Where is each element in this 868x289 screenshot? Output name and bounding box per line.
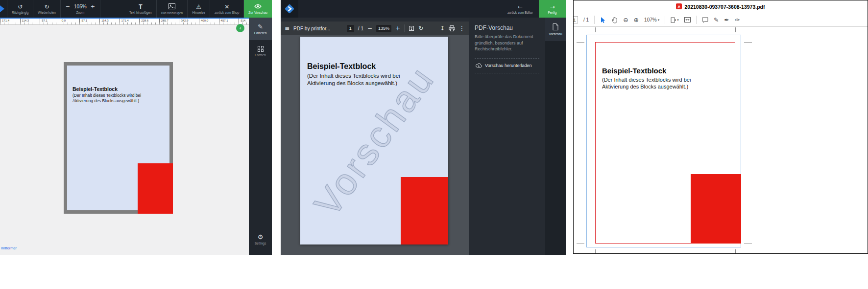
- sidebar-item-settings[interactable]: ⚙ Settings: [249, 228, 272, 250]
- page-text-title: Beispiel-Textblock: [307, 62, 376, 71]
- crop-mark: [577, 244, 584, 244]
- ruler-tick-label: 228.6: [141, 19, 148, 22]
- page-count-label: / 1: [583, 17, 589, 22]
- ruler-tick-label: 514.: [241, 19, 246, 22]
- to-preview-label: Zur Vorschau: [248, 11, 267, 14]
- sidebar-shapes-label: Formen: [255, 53, 265, 57]
- printformer-logo[interactable]: [281, 0, 298, 18]
- zoom-out-button[interactable]: ⊖: [623, 17, 628, 23]
- sidebar-item-edit[interactable]: ✎ Editieren: [249, 18, 272, 40]
- download-icon[interactable]: ↧: [440, 25, 445, 31]
- page-text-title: Beispiel-Textblock: [602, 67, 666, 75]
- zoom-out-button[interactable]: −: [66, 3, 70, 10]
- page-number-input[interactable]: 1: [574, 16, 578, 23]
- sign-tool-button[interactable]: ✒: [724, 17, 729, 23]
- acrobat-document-area[interactable]: Beispiel-Textblock (Der Inhalt dieses Te…: [574, 27, 868, 253]
- zoom-value: 105%: [74, 4, 87, 9]
- pdf-document-area[interactable]: Beispiel-Textblock (Der Inhalt dieses Te…: [281, 35, 469, 255]
- menu-icon[interactable]: ≡: [285, 25, 289, 31]
- sidebar-edit-label: Editieren: [254, 31, 267, 35]
- side-panel-title: PDF-Vorschau: [475, 24, 539, 31]
- add-text-label: Text hinzufügen: [129, 11, 152, 14]
- select-tool-button[interactable]: [600, 17, 606, 23]
- collapse-sidebar-button[interactable]: ‹: [236, 24, 244, 32]
- ruler-tick-label: 342.9: [181, 19, 188, 22]
- fit-width-button[interactable]: [684, 17, 691, 22]
- done-label: Fertig: [548, 11, 557, 14]
- undo-icon: ↺: [18, 4, 23, 10]
- pencil-tool-button[interactable]: ✎: [714, 17, 719, 23]
- page-view-dropdown[interactable]: ▾: [671, 17, 679, 23]
- download-preview-button[interactable]: Vorschau herunterladen: [475, 58, 539, 73]
- ruler-tick-label: 171.4: [2, 19, 9, 22]
- printformer-link[interactable]: rintformer: [1, 246, 17, 250]
- tab-preview[interactable]: Vorschau: [545, 18, 566, 41]
- gear-icon: ⚙: [258, 234, 264, 240]
- pdf-page: Beispiel-Textblock (Der Inhalt dieses Te…: [300, 37, 448, 245]
- back-to-editor-button[interactable]: ← zurück zum Editor: [502, 0, 539, 18]
- pdf-file-icon: [676, 3, 682, 10]
- more-options-icon[interactable]: ⋮: [459, 25, 465, 31]
- rotate-icon[interactable]: ↻: [418, 25, 423, 31]
- zoom-level-dropdown[interactable]: 107% ▾: [644, 17, 659, 22]
- red-shape: [401, 177, 448, 245]
- to-preview-button[interactable]: Zur Vorschau: [244, 0, 272, 18]
- hand-tool-button[interactable]: [611, 17, 618, 23]
- zoom-level[interactable]: 135%: [376, 25, 391, 32]
- redo-label: Wiederholen: [38, 11, 56, 14]
- preview-panel: ← zurück zum Editor → Fertig ≡ PDF by pr…: [281, 0, 566, 255]
- hints-button[interactable]: ⚠ Hinweise: [188, 0, 210, 18]
- pdf-filename: 20210830-093707-3608-13973.pdf: [684, 4, 765, 10]
- page-text-body: (Der Inhalt dieses Textblocks wird bei A…: [602, 76, 702, 90]
- pdf-toolbar: ≡ PDF by printfor... 1 / 1 − 135% + ↻: [281, 22, 469, 35]
- right-edge-tab-bar: Vorschau: [545, 18, 566, 255]
- zoom-in-button[interactable]: ⊕: [634, 17, 639, 23]
- fill-sign-button[interactable]: ✑: [735, 17, 740, 23]
- ruler-tick-label: 457.1: [221, 19, 228, 22]
- crop-mark: [595, 249, 596, 253]
- page-count-label: / 1: [358, 26, 363, 31]
- zoom-in-button[interactable]: +: [91, 3, 95, 10]
- chevron-down-icon: ▾: [677, 17, 679, 23]
- ruler-tick-label: 57.1: [42, 19, 48, 22]
- zoom-value: 107%: [644, 17, 657, 22]
- side-panel-description: Bitte überprüfe das Dokument gründlich, …: [475, 34, 539, 52]
- text-block-body: (Der Inhalt dieses Textblocks wird bei A…: [72, 93, 147, 104]
- corner-accent-icon: [0, 5, 4, 12]
- close-icon: ✕: [224, 4, 229, 10]
- document-icon: [553, 23, 558, 31]
- pdf-document-title: PDF by printfor...: [293, 26, 330, 31]
- crop-mark: [744, 42, 752, 43]
- divider: [594, 16, 595, 24]
- acrobat-toolbar: 1 / 1 ⊖ ⊕ 107% ▾ ▾: [574, 13, 868, 27]
- zoom-out-icon[interactable]: −: [367, 25, 372, 31]
- ruler-tick-label: 400.0: [201, 19, 208, 22]
- forward-arrow-icon: →: [550, 4, 555, 10]
- editor-canvas[interactable]: Beispiel-Textblock (Der Inhalt dieses Te…: [0, 25, 249, 255]
- comment-tool-button[interactable]: [702, 17, 708, 23]
- page-number-input[interactable]: 1: [347, 25, 354, 32]
- crop-mark: [735, 249, 736, 253]
- acrobat-titlebar: 20210830-093707-3608-13973.pdf: [574, 2, 868, 11]
- zoom-in-icon[interactable]: +: [395, 25, 400, 31]
- back-to-shop-button[interactable]: ✕ zurück zum Shop: [210, 0, 244, 18]
- ruler-tick-label: 0.0: [62, 19, 66, 22]
- undo-button[interactable]: ↺ Rückgängig: [7, 0, 33, 18]
- sidebar-item-shapes[interactable]: Formen: [249, 40, 272, 63]
- ruler: 171.4114.357.10.057.1114.3171.4228.6285.…: [0, 19, 249, 25]
- hints-label: Hinweise: [192, 11, 205, 14]
- sidebar-settings-label: Settings: [255, 242, 266, 245]
- back-to-editor-label: zurück zum Editor: [507, 11, 533, 14]
- done-button[interactable]: → Fertig: [539, 0, 566, 18]
- text-tool-icon: T: [139, 4, 142, 10]
- crop-mark: [735, 27, 736, 32]
- print-icon[interactable]: [449, 25, 455, 31]
- page-text-body: (Der Inhalt dieses Textblocks wird bei A…: [307, 72, 411, 87]
- red-shape[interactable]: [138, 163, 173, 214]
- add-text-button[interactable]: T Text hinzufügen: [125, 0, 157, 18]
- redo-button[interactable]: ↻ Wiederholen: [33, 0, 61, 18]
- fit-page-icon[interactable]: [409, 25, 414, 31]
- add-image-button[interactable]: Bild hinzufügen: [157, 0, 188, 18]
- zoom-control: − 105% + Zoom: [61, 0, 100, 18]
- preview-header: ← zurück zum Editor → Fertig: [281, 0, 566, 18]
